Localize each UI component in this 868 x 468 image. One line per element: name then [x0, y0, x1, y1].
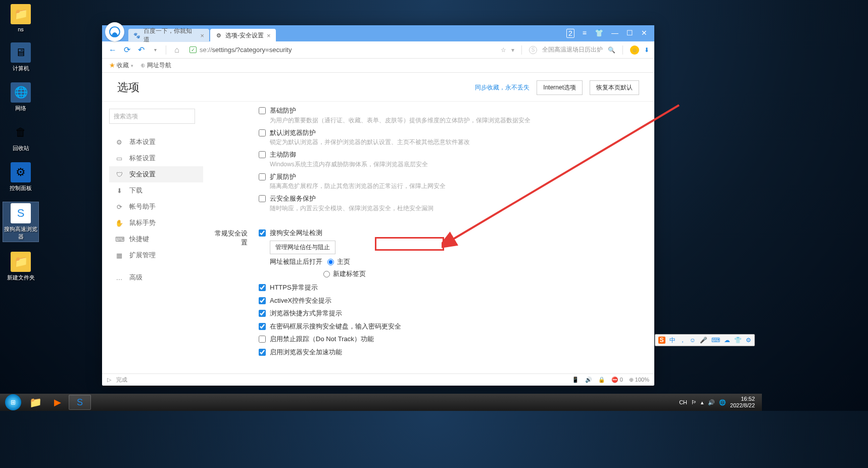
- checkbox-webprotect-0[interactable]: 主页被篡改后，显示主页保护提示: [259, 372, 634, 373]
- zoom-indicator[interactable]: ⊕ 100%: [629, 377, 649, 383]
- sidebar-item-extensions[interactable]: ▦扩展管理: [109, 247, 203, 263]
- ime-cloud[interactable]: ☁: [724, 337, 730, 344]
- tray-volume-icon[interactable]: 🔊: [708, 399, 715, 406]
- dropdown-icon[interactable]: ▾: [511, 46, 514, 54]
- keyboard-icon: ⌨: [115, 236, 123, 243]
- radio-newtab[interactable]: 新建标签页: [323, 269, 634, 278]
- reload-button[interactable]: ⟳: [121, 44, 132, 56]
- menu-icon[interactable]: ≡: [583, 29, 587, 38]
- tab-close-icon[interactable]: ×: [200, 32, 204, 39]
- sidebar-item-account[interactable]: ⟳帐号助手: [109, 199, 203, 215]
- tab-icon: ▭: [115, 155, 123, 162]
- sidebar-item-shortcut[interactable]: ⌨快捷键: [109, 231, 203, 247]
- manage-url-trust-button[interactable]: 管理网址信任与阻止: [270, 241, 335, 254]
- sidebar-item-tabs[interactable]: ▭标签设置: [109, 150, 203, 166]
- desktop-icon-newfolder[interactable]: 📁新建文件夹: [3, 252, 38, 282]
- ime-voice[interactable]: 🎤: [700, 337, 707, 344]
- play-icon[interactable]: ▷: [107, 377, 111, 383]
- account-icon[interactable]: ☺: [630, 45, 639, 55]
- download-icon[interactable]: ⬇: [644, 46, 649, 54]
- content-area: 选项 同步收藏，永不丢失 Internet选项 恢复本页默认 搜索选项 ⚙基本设…: [102, 73, 654, 373]
- window-controls: 2 ≡ 👕 — ☐ ✕: [559, 29, 654, 38]
- search-icon[interactable]: 🔍: [608, 46, 615, 54]
- search-input[interactable]: 搜索选项: [109, 109, 195, 124]
- sidebar-item-advanced[interactable]: …高级: [109, 269, 203, 286]
- download-icon: ⬇: [115, 187, 123, 195]
- desktop-icon-controlpanel[interactable]: ⚙控制面板: [3, 162, 38, 192]
- lock-icon[interactable]: 🔒: [598, 377, 605, 383]
- skin-icon[interactable]: 👕: [595, 29, 603, 38]
- browser-logo[interactable]: [105, 22, 124, 41]
- tab-close-icon[interactable]: ×: [267, 32, 271, 39]
- address-bar[interactable]: ✓ se://settings/?category=security: [185, 46, 498, 54]
- checkbox-general-4[interactable]: 启用禁止跟踪（Do Not Track）功能: [259, 334, 634, 344]
- taskbar-sogou[interactable]: S: [69, 395, 91, 410]
- checkbox-general-1[interactable]: ActiveX控件安全提示: [259, 296, 634, 306]
- tray-lang[interactable]: CH: [679, 399, 687, 405]
- hot-search-text[interactable]: 全国高温退场日历出炉: [542, 45, 603, 54]
- checkbox-sysprotect-1[interactable]: 默认浏览器防护锁定为默认浏览器，并保护浏览器的默认设置、主页不被其他恶意软件篡改: [259, 128, 634, 147]
- ime-lang[interactable]: 中: [669, 336, 676, 345]
- desktop-icons: 📁ns 🖥计算机 🌐网络 🗑回收站 ⚙控制面板 S搜狗高速浏览器 📁新建文件夹: [3, 4, 38, 292]
- tab-label: 选项-安全设置: [225, 31, 264, 40]
- sync-link[interactable]: 同步收藏，永不丢失: [475, 83, 529, 92]
- desktop-icon-recyclebin[interactable]: 🗑回收站: [3, 122, 38, 152]
- ad-block-icon[interactable]: ⛔ 0: [611, 377, 623, 383]
- checkbox-general-2[interactable]: 浏览器快捷方式异常提示: [259, 308, 634, 318]
- shield-icon: 🛡: [115, 171, 123, 178]
- sidebar-item-gesture[interactable]: ✋鼠标手势: [109, 215, 203, 231]
- checkbox-sysprotect-2[interactable]: 主动防御Windows系统主流内存威胁防御体系，保障浏览器底层安全: [259, 150, 634, 169]
- home-button[interactable]: ⌂: [171, 44, 182, 56]
- ime-keyboard[interactable]: ⌨: [711, 337, 720, 344]
- phone-icon[interactable]: 📱: [572, 377, 579, 383]
- star-icon: ★: [109, 62, 115, 69]
- checkbox-sysprotect-0[interactable]: 基础防护为用户的重要数据（通行证、收藏、表单、皮肤等）提供多维度的立体防护，保障…: [259, 106, 634, 125]
- favorites-button[interactable]: ★ 收藏 ▾: [109, 61, 133, 70]
- checkbox-general-5[interactable]: 启用浏览器安全加速功能: [259, 347, 634, 357]
- start-button[interactable]: ⊞: [2, 395, 24, 410]
- ime-toolbar[interactable]: S 中 ， ☺ 🎤 ⌨ ☁ 👕 ⚙: [655, 334, 755, 346]
- checkbox-general-0[interactable]: HTTPS异常提示: [259, 283, 634, 293]
- taskbar-explorer[interactable]: 📁: [24, 395, 46, 410]
- window-count[interactable]: 2: [566, 29, 574, 38]
- sidebar-item-download[interactable]: ⬇下载: [109, 182, 203, 199]
- desktop-icon-network[interactable]: 🌐网络: [3, 82, 38, 112]
- undo-button[interactable]: ↶: [135, 44, 147, 56]
- maximize-icon[interactable]: ☐: [626, 29, 633, 38]
- tray-network-icon[interactable]: 🌐: [719, 399, 726, 406]
- taskbar-clock[interactable]: 16:52 2022/8/22: [730, 396, 755, 409]
- desktop-icon-ns[interactable]: 📁ns: [3, 4, 38, 32]
- close-icon[interactable]: ✕: [641, 29, 647, 38]
- tray-up-icon[interactable]: ▴: [701, 399, 704, 406]
- blocked-open-label: 网址被阻止后打开: [270, 257, 322, 266]
- checkbox-sysprotect-3[interactable]: 扩展防护隔离高危扩展程序，防止其危害浏览器的正常运行，保障上网安全: [259, 172, 634, 191]
- ime-skin[interactable]: 👕: [734, 337, 742, 344]
- settings-sidebar: 搜索选项 ⚙基本设置 ▭标签设置 🛡安全设置 ⬇下载 ⟳帐号助手 ✋鼠标手势 ⌨…: [102, 102, 203, 373]
- web-nav-button[interactable]: ⊕ 网址导航: [140, 61, 171, 70]
- restore-defaults-button[interactable]: 恢复本页默认: [590, 80, 639, 95]
- checkbox-general-3[interactable]: 在密码框展示搜狗安全键盘，输入密码更安全: [259, 321, 634, 332]
- dropdown-icon[interactable]: ▾: [150, 44, 161, 56]
- taskbar-media[interactable]: ▶: [46, 395, 69, 410]
- sidebar-item-security[interactable]: 🛡安全设置: [109, 166, 203, 182]
- desktop-icon-computer[interactable]: 🖥计算机: [3, 42, 38, 72]
- ime-punct[interactable]: ，: [680, 336, 686, 345]
- desktop-icon-sogou-browser[interactable]: S搜狗高速浏览器: [3, 202, 38, 242]
- tab-settings-security[interactable]: ⚙选项-安全设置×: [210, 29, 276, 42]
- sidebar-item-basic[interactable]: ⚙基本设置: [109, 134, 203, 150]
- browser-titlebar: 🐾百度一下，你就知道× ⚙选项-安全设置× 2 ≡ 👕 — ☐ ✕: [102, 25, 654, 41]
- radio-home[interactable]: 主页: [327, 257, 350, 266]
- checkbox-sysprotect-4[interactable]: 云安全服务保护随时响应，内置云安全模块、保障浏览器安全，杜绝安全漏洞: [259, 194, 634, 213]
- volume-icon[interactable]: 🔊: [585, 377, 592, 383]
- ime-emoji[interactable]: ☺: [690, 337, 696, 344]
- ime-settings[interactable]: ⚙: [746, 337, 751, 344]
- tab-baidu[interactable]: 🐾百度一下，你就知道×: [128, 29, 209, 42]
- star-icon[interactable]: ☆: [501, 46, 506, 54]
- internet-options-button[interactable]: Internet选项: [537, 80, 583, 95]
- minimize-icon[interactable]: —: [611, 29, 618, 38]
- checkbox-url-check[interactable]: 搜狗安全网址检测: [259, 228, 634, 238]
- tab-label: 百度一下，你就知道: [143, 27, 197, 44]
- more-icon: …: [115, 274, 123, 282]
- back-button[interactable]: ←: [107, 44, 118, 56]
- tray-flag-icon[interactable]: 🏳: [691, 399, 697, 405]
